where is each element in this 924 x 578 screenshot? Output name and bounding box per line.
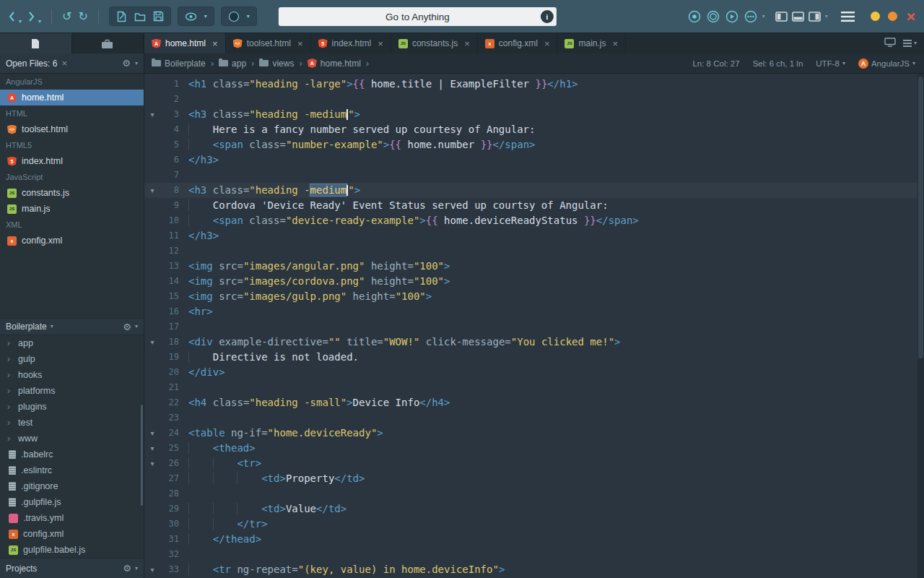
tree-folder-plugins[interactable]: ›plugins	[0, 399, 144, 415]
breadcrumb-item-app[interactable]: app	[219, 59, 246, 69]
code-line-12[interactable]: 12	[144, 243, 924, 259]
breadcrumb-item-home.html[interactable]: Ahome.html	[308, 59, 361, 69]
code-line-7[interactable]: 7	[144, 168, 924, 183]
open-file-toolset.html[interactable]: <>toolset.html	[0, 121, 144, 137]
code-line-5[interactable]: 5 <span class="number-example">{{ home.n…	[144, 137, 924, 152]
tree-file-gulpfile.babel.js[interactable]: JSgulpfile.babel.js	[0, 542, 144, 558]
tab-close-icon[interactable]: ×	[612, 39, 618, 48]
fold-arrow-icon[interactable]: ▾	[144, 456, 160, 471]
tab-close-icon[interactable]: ×	[378, 39, 383, 48]
open-file-config.xml[interactable]: xconfig.xml	[0, 233, 144, 249]
fold-arrow-icon[interactable]: ▾	[144, 107, 160, 122]
right-panel-toggle-icon[interactable]	[808, 12, 821, 22]
chevron-expand-icon[interactable]: ›	[7, 434, 13, 443]
code-line-20[interactable]: 20</div>	[144, 365, 924, 380]
file-tab-main.js[interactable]: JSmain.js×	[557, 33, 626, 53]
project-header[interactable]: Boilerplate ▾ ⚙ ▾	[0, 318, 144, 335]
macro-options-icon[interactable]	[744, 9, 758, 24]
close-panel-icon[interactable]: ×	[61, 58, 67, 69]
close-button[interactable]: ×	[905, 12, 915, 21]
tree-file-.gitignore[interactable]: .gitignore	[0, 478, 144, 494]
caret-down-icon[interactable]: ▾	[135, 324, 138, 329]
run-dropdown-button[interactable]: ▾	[221, 7, 257, 26]
chevron-expand-icon[interactable]: ›	[7, 418, 13, 427]
back-icon[interactable]	[9, 12, 15, 22]
fold-arrow-icon[interactable]: ▾	[144, 183, 160, 198]
projects-footer[interactable]: Projects ⚙ ▾	[0, 558, 144, 578]
fold-arrow-icon[interactable]: ▾	[144, 426, 160, 441]
open-file-home.html[interactable]: Ahome.html	[0, 90, 144, 105]
code-line-6[interactable]: 6</h3>	[144, 152, 924, 168]
breadcrumb-item-Boilerplate[interactable]: Boilerplate	[152, 59, 206, 69]
code-line-23[interactable]: 23	[144, 410, 924, 426]
open-files-panel-tab[interactable]	[0, 33, 72, 53]
gear-icon[interactable]: ⚙	[123, 322, 131, 332]
tab-list-icon[interactable]: ▾	[903, 40, 917, 47]
open-file-index.html[interactable]: 5index.html	[0, 153, 144, 169]
code-line-22[interactable]: 22<h4 class="heading -small">Device Info…	[144, 395, 924, 410]
code-line-3[interactable]: ▾3<h3 class="heading -medium">	[144, 107, 924, 122]
preview-browser-icon[interactable]	[884, 37, 896, 50]
fold-arrow-icon[interactable]: ▾	[144, 335, 160, 350]
chevron-expand-icon[interactable]: ›	[7, 402, 13, 411]
bottom-panel-toggle-icon[interactable]	[792, 12, 804, 22]
tree-file-config.xml[interactable]: xconfig.xml	[0, 526, 144, 542]
code-line-27[interactable]: 27 <td>Property</td>	[144, 471, 924, 486]
info-icon[interactable]: i	[541, 10, 554, 23]
code-line-17[interactable]: 17	[144, 319, 924, 335]
code-line-15[interactable]: 15<img src="images/gulp.png" height="100…	[144, 289, 924, 304]
undo-icon[interactable]: ↺	[62, 11, 71, 22]
redo-icon[interactable]: ↻	[78, 11, 87, 22]
chevron-expand-icon[interactable]: ›	[7, 339, 13, 348]
tree-folder-test[interactable]: ›test	[0, 415, 144, 431]
file-tab-constants.js[interactable]: JSconstants.js×	[391, 33, 478, 53]
tree-folder-gulp[interactable]: ›gulp	[0, 351, 144, 367]
code-line-32[interactable]: 32	[144, 547, 924, 562]
forward-icon[interactable]	[28, 12, 35, 22]
code-line-16[interactable]: 16<hr>	[144, 304, 924, 319]
file-tab-home.html[interactable]: Ahome.html×	[144, 33, 226, 53]
editor-scrollbar-track[interactable]	[918, 74, 924, 578]
tree-folder-hooks[interactable]: ›hooks	[0, 367, 144, 383]
gear-icon[interactable]: ⚙	[122, 59, 131, 68]
chevron-expand-icon[interactable]: ›	[7, 371, 13, 379]
tab-close-icon[interactable]: ×	[464, 39, 470, 48]
tree-folder-app[interactable]: ›app	[0, 335, 144, 351]
menu-hamburger-icon[interactable]	[841, 12, 855, 22]
fold-arrow-icon[interactable]: ▾	[144, 562, 160, 577]
go-to-anything-search[interactable]: Go to Anything i	[279, 7, 557, 26]
tree-file-.travis.yml[interactable]: .travis.yml	[0, 510, 144, 526]
open-file-main.js[interactable]: JSmain.js	[0, 201, 144, 217]
tree-file-.babelrc[interactable]: .babelrc	[0, 447, 144, 462]
code-line-33[interactable]: ▾33 <tr ng-repeat="(key, value) in home.…	[144, 562, 924, 577]
play-macro-icon[interactable]	[725, 9, 739, 24]
caret-down-icon[interactable]: ▾	[135, 61, 138, 66]
tab-close-icon[interactable]: ×	[212, 39, 218, 48]
preview-dropdown-button[interactable]: ▾	[178, 7, 214, 26]
code-line-31[interactable]: 31 </thead>	[144, 532, 924, 547]
code-line-8[interactable]: ▾8<h3 class="heading -medium">	[144, 183, 924, 198]
code-line-24[interactable]: ▾24<table ng-if="home.deviceReady">	[144, 426, 924, 441]
code-line-1[interactable]: 1<h1 class="heading -large">{{ home.titl…	[144, 77, 924, 92]
chevron-expand-icon[interactable]: ›	[7, 355, 13, 363]
minimize-button[interactable]	[871, 12, 880, 21]
code-line-29[interactable]: 29 <td>Value</td>	[144, 501, 924, 517]
code-line-26[interactable]: ▾26 <tr>	[144, 456, 924, 471]
code-line-18[interactable]: ▾18<div example-directive="" title="WOW!…	[144, 335, 924, 350]
caret-down-icon[interactable]: ▾	[135, 566, 138, 571]
breadcrumb-item-views[interactable]: views	[259, 59, 294, 69]
tab-close-icon[interactable]: ×	[297, 39, 303, 48]
editor-scrollbar-thumb[interactable]	[918, 77, 923, 358]
tree-file-.eslintrc[interactable]: .eslintrc	[0, 462, 144, 478]
file-tab-toolset.html[interactable]: <>toolset.html×	[226, 33, 311, 53]
tree-folder-www[interactable]: ›www	[0, 431, 144, 447]
encoding-selector[interactable]: UTF-8▾	[816, 59, 845, 68]
code-line-4[interactable]: 4 Here is a fancy number served up court…	[144, 122, 924, 137]
code-line-13[interactable]: 13<img src="images/angular.png" height="…	[144, 259, 924, 274]
new-file-icon[interactable]	[116, 11, 127, 22]
record-macro-icon[interactable]	[687, 9, 702, 24]
left-panel-toggle-icon[interactable]	[775, 12, 788, 22]
caret-down-icon[interactable]: ▾	[762, 14, 765, 20]
forward-history-caret-icon[interactable]: ▾	[38, 18, 41, 26]
code-line-2[interactable]: 2	[144, 92, 924, 107]
